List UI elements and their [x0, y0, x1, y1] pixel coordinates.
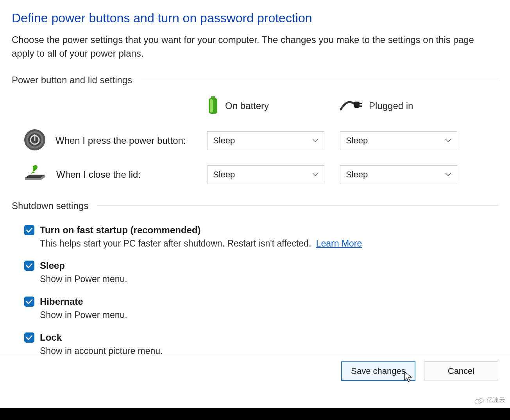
shutdown-settings-list: Turn on fast startup (recommended) This … — [12, 221, 498, 358]
power-button-plugged-value: Sleep — [346, 136, 368, 146]
check-icon — [26, 227, 32, 233]
column-header-plugged-in: Plugged in — [340, 98, 457, 114]
power-lid-grid: On battery Plugged in When I press the p… — [12, 95, 498, 185]
watermark-text: 亿速云 — [487, 396, 505, 404]
check-icon — [26, 299, 32, 304]
svg-rect-4 — [360, 103, 362, 104]
section-power-lid-title: Power button and lid settings — [12, 75, 132, 86]
section-shutdown-header: Shutdown settings — [12, 200, 498, 211]
cancel-button[interactable]: Cancel — [424, 361, 498, 381]
option-fast-startup: Turn on fast startup (recommended) This … — [24, 224, 498, 250]
sleep-title: Sleep — [40, 259, 127, 272]
fast-startup-checkbox[interactable] — [24, 225, 34, 235]
close-lid-battery-select[interactable]: Sleep — [207, 165, 324, 184]
sleep-desc: Show in Power menu. — [40, 272, 127, 286]
close-lid-battery-value: Sleep — [213, 170, 235, 180]
check-icon — [26, 263, 32, 268]
svg-rect-3 — [354, 102, 360, 108]
svg-point-11 — [475, 399, 481, 404]
column-header-plugged-in-label: Plugged in — [369, 100, 413, 111]
column-header-on-battery: On battery — [207, 95, 324, 117]
row-power-button-label: When I press the power button: — [55, 135, 186, 146]
chevron-down-icon — [312, 173, 319, 177]
column-header-on-battery-label: On battery — [225, 100, 269, 111]
row-power-button: When I press the power button: — [12, 129, 207, 153]
fast-startup-desc-text: This helps start your PC faster after sh… — [40, 238, 311, 248]
divider — [141, 80, 498, 80]
lock-title: Lock — [40, 331, 163, 343]
lock-checkbox[interactable] — [24, 332, 34, 343]
learn-more-link[interactable]: Learn More — [316, 238, 362, 248]
plug-icon — [340, 98, 363, 114]
hibernate-desc: Show in Power menu. — [40, 308, 127, 322]
svg-rect-5 — [360, 105, 362, 107]
row-close-lid-label: When I close the lid: — [56, 169, 141, 180]
option-sleep: Sleep Show in Power menu. — [24, 259, 498, 286]
footer-buttons: Save changes Cancel — [0, 354, 510, 381]
power-button-battery-value: Sleep — [213, 136, 235, 146]
page-title: Define power buttons and turn on passwor… — [12, 11, 498, 25]
fast-startup-desc: This helps start your PC faster after sh… — [40, 237, 362, 250]
close-lid-plugged-value: Sleep — [346, 170, 368, 180]
fast-startup-title: Turn on fast startup (recommended) — [40, 224, 362, 236]
hibernate-checkbox[interactable] — [24, 297, 34, 307]
row-close-lid: When I close the lid: — [12, 164, 207, 185]
bottom-black-bar — [0, 408, 510, 420]
check-icon — [26, 335, 32, 340]
chevron-down-icon — [445, 173, 451, 177]
save-button[interactable]: Save changes — [341, 361, 415, 381]
power-button-icon — [23, 129, 46, 153]
power-button-battery-select[interactable]: Sleep — [207, 131, 324, 150]
battery-icon — [207, 95, 219, 117]
watermark: 亿速云 — [474, 396, 505, 404]
section-power-lid-header: Power button and lid settings — [12, 75, 498, 86]
divider — [97, 206, 498, 206]
page-description: Choose the power settings that you want … — [12, 33, 481, 61]
svg-rect-2 — [210, 99, 213, 113]
power-button-plugged-select[interactable]: Sleep — [340, 131, 457, 150]
section-shutdown-title: Shutdown settings — [12, 200, 88, 211]
close-lid-icon — [23, 164, 47, 185]
sleep-checkbox[interactable] — [24, 261, 34, 271]
option-hibernate: Hibernate Show in Power menu. — [24, 295, 498, 322]
chevron-down-icon — [312, 139, 319, 143]
svg-rect-0 — [211, 96, 215, 98]
chevron-down-icon — [445, 139, 451, 143]
close-lid-plugged-select[interactable]: Sleep — [340, 165, 457, 184]
hibernate-title: Hibernate — [40, 295, 127, 307]
cloud-icon — [474, 397, 484, 404]
